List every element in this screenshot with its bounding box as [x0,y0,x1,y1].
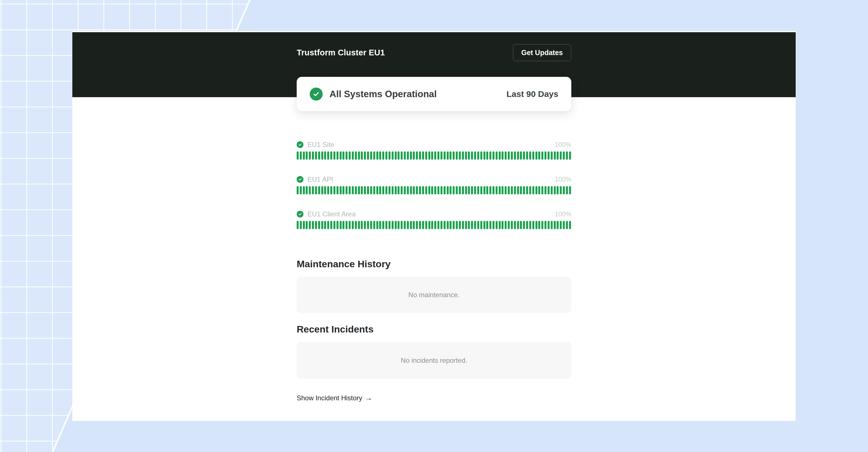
uptime-day-bar [404,186,406,194]
maintenance-empty-box: No maintenance. [297,277,571,313]
uptime-day-bar [376,152,378,160]
uptime-day-bar [557,186,559,194]
uptime-day-bar [300,221,302,229]
uptime-day-bar [419,186,421,194]
uptime-day-bar [453,152,455,160]
uptime-day-bar [444,152,445,160]
uptime-day-bar [303,186,305,194]
uptime-day-bar [465,152,467,160]
all-operational-check-icon [310,88,323,101]
uptime-day-bar [309,221,311,229]
uptime-day-bar [422,221,424,229]
uptime-day-bar [410,152,412,160]
uptime-day-bar [437,186,439,194]
uptime-day-bar [465,221,467,229]
uptime-day-bar [410,186,412,194]
uptime-day-bar [545,186,547,194]
uptime-day-bar [535,186,537,194]
uptime-day-bar [447,186,449,194]
uptime-day-bar [422,186,424,194]
uptime-day-bar [548,152,550,160]
uptime-day-bar [297,221,299,229]
uptime-history-bars [297,221,571,229]
uptime-history-bars [297,186,571,194]
uptime-day-bar [477,186,479,194]
uptime-day-bar [560,186,562,194]
uptime-day-bar [373,221,375,229]
uptime-day-bar [373,152,375,160]
uptime-day-bar [376,186,378,194]
uptime-day-bar [511,221,513,229]
uptime-day-bar [303,152,305,160]
uptime-day-bar [548,221,550,229]
uptime-day-bar [431,152,433,160]
uptime-day-bar [480,186,482,194]
uptime-day-bar [324,152,326,160]
uptime-day-bar [501,186,503,194]
uptime-day-bar [535,152,537,160]
uptime-day-bar [340,152,342,160]
uptime-day-bar [379,152,381,160]
uptime-day-bar [413,152,415,160]
content-column: All Systems Operational Last 90 Days EU1… [297,77,571,402]
uptime-day-bar [462,221,464,229]
uptime-day-bar [480,152,482,160]
uptime-day-bar [425,152,427,160]
uptime-day-bar [560,221,562,229]
uptime-day-bar [545,221,547,229]
uptime-day-bar [333,186,335,194]
uptime-day-bar [493,221,494,229]
uptime-day-bar [422,152,424,160]
uptime-day-bar [431,221,433,229]
uptime-day-bar [358,186,360,194]
uptime-day-bar [342,152,344,160]
uptime-day-bar [370,186,372,194]
uptime-day-bar [401,152,403,160]
uptime-day-bar [566,152,568,160]
uptime-day-bar [379,221,381,229]
uptime-day-bar [398,152,400,160]
uptime-day-bar [373,186,375,194]
uptime-day-bar [382,186,384,194]
uptime-day-bar [419,221,421,229]
uptime-day-bar [569,152,571,160]
uptime-day-bar [501,152,503,160]
uptime-day-bar [468,186,470,194]
uptime-day-bar [474,221,476,229]
show-incident-history-link[interactable]: Show Incident History → [297,393,372,402]
uptime-day-bar [456,221,458,229]
incidents-empty-box: No incidents reported. [297,342,571,379]
uptime-day-bar [358,221,360,229]
incidents-empty-message: No incidents reported. [401,357,467,364]
uptime-day-bar [535,221,537,229]
uptime-day-bar [346,221,347,229]
uptime-day-bar [404,221,406,229]
uptime-day-bar [389,186,391,194]
arrow-right-icon: → [365,393,372,402]
uptime-day-bar [548,186,550,194]
maintenance-history-heading: Maintenance History [297,258,571,269]
uptime-day-bar [395,152,397,160]
uptime-day-bar [361,221,363,229]
uptime-day-bar [447,221,449,229]
uptime-day-bar [450,152,452,160]
uptime-day-bar [514,221,516,229]
uptime-day-bar [444,221,445,229]
uptime-day-bar [456,186,458,194]
uptime-day-bar [395,186,397,194]
monitor-uptime-percent: 100% [555,176,571,183]
uptime-day-bar [401,221,403,229]
maintenance-empty-message: No maintenance. [408,291,459,299]
uptime-day-bar [505,221,507,229]
get-updates-button[interactable]: Get Updates [513,44,571,61]
uptime-day-bar [419,152,421,160]
uptime-day-bar [398,221,400,229]
monitor-name: EU1 Site [307,141,334,149]
uptime-day-bar [554,221,556,229]
uptime-day-bar [517,221,519,229]
uptime-day-bar [447,152,449,160]
uptime-day-bar [444,186,445,194]
uptime-day-bar [364,152,366,160]
uptime-day-bar [566,186,568,194]
uptime-day-bar [385,186,388,194]
